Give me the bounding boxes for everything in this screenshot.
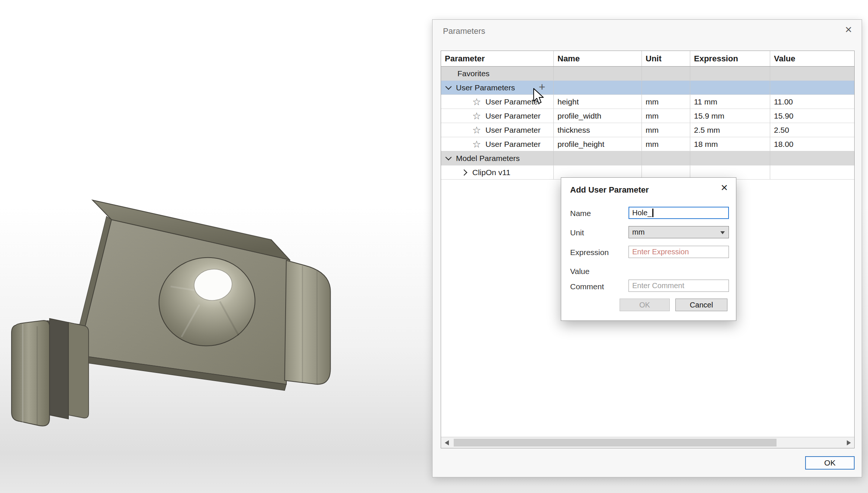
scroll-right-button[interactable] (843, 437, 854, 448)
table-cell (690, 67, 770, 80)
chevron-down-icon[interactable] (446, 154, 452, 161)
comment-input[interactable]: Enter Comment (629, 280, 729, 292)
expression-label: Expression (570, 248, 609, 257)
unit-select[interactable]: mm (629, 226, 729, 238)
expression-placeholder: Enter Expression (632, 248, 689, 256)
parameters-ok-button[interactable]: OK (805, 456, 855, 470)
name-value: Hole_ (632, 209, 652, 217)
table-cell (642, 67, 690, 80)
table-cell (554, 67, 642, 80)
dialog-title: Parameters (443, 26, 485, 36)
favorite-star-icon[interactable]: ☆ (472, 125, 481, 135)
scrollbar-thumb[interactable] (454, 439, 777, 447)
chevron-down-icon[interactable] (446, 84, 452, 90)
param-value: 2.50 (770, 123, 854, 137)
close-icon[interactable]: × (845, 23, 852, 35)
param-unit: mm (642, 137, 690, 151)
clipon-label: ClipOn v11 (472, 168, 510, 177)
right-fold (284, 260, 330, 384)
table-cell (554, 151, 642, 165)
name-input[interactable]: Hole_ (629, 207, 729, 219)
expression-input[interactable]: Enter Expression (629, 246, 729, 258)
comment-placeholder: Enter Comment (632, 281, 684, 290)
column-header-parameter: Parameter (441, 51, 554, 66)
param-name[interactable]: thickness (554, 123, 642, 137)
table-row[interactable]: ☆User Parameter profile_width mm 15.9 mm… (441, 109, 854, 123)
favorites-row[interactable]: Favorites (441, 67, 854, 81)
table-header: Parameter Name Unit Expression Value (441, 51, 854, 67)
favorite-star-icon[interactable]: ☆ (472, 139, 481, 149)
param-expression[interactable]: 18 mm (690, 137, 770, 151)
user-parameters-row[interactable]: User Parameters + (441, 81, 854, 95)
table-cell (770, 81, 854, 94)
scrollbar-track[interactable] (452, 437, 843, 448)
name-label: Name (570, 209, 591, 218)
row-type: User Parameter (485, 126, 540, 135)
column-header-expression: Expression (690, 51, 770, 66)
unit-label: Unit (570, 228, 584, 237)
table-cell (770, 67, 854, 80)
param-unit: mm (642, 123, 690, 137)
param-name[interactable]: profile_height (554, 137, 642, 151)
scroll-left-icon (445, 440, 449, 445)
table-row[interactable]: ☆User Parameter profile_height mm 18 mm … (441, 137, 854, 151)
table-cell (770, 165, 854, 179)
cancel-button[interactable]: Cancel (675, 299, 727, 311)
close-icon[interactable]: × (721, 181, 728, 193)
param-value: 11.00 (770, 95, 854, 109)
mouse-cursor (533, 88, 544, 105)
param-value: 18.00 (770, 137, 854, 151)
param-unit: mm (642, 109, 690, 123)
table-cell (770, 151, 854, 165)
comment-label: Comment (570, 282, 604, 291)
favorite-star-icon[interactable]: ☆ (472, 111, 481, 121)
table-row[interactable]: ☆User Parameter height mm 11 mm 11.00 (441, 95, 854, 109)
channel-front-leg (12, 320, 49, 426)
chevron-down-icon (720, 231, 725, 234)
param-name[interactable]: height (554, 95, 642, 109)
unit-value: mm (632, 228, 644, 236)
add-user-parameter-dialog: Add User Parameter × Name Hole_ Unit mm … (561, 177, 736, 321)
param-expression[interactable]: 2.5 mm (690, 123, 770, 137)
favorites-label: Favorites (457, 69, 489, 78)
table-cell (642, 151, 690, 165)
table-row[interactable]: ☆User Parameter thickness mm 2.5 mm 2.50 (441, 123, 854, 137)
model-parameters-label: Model Parameters (456, 154, 520, 163)
row-type: User Parameter (485, 140, 540, 149)
param-expression[interactable]: 15.9 mm (690, 109, 770, 123)
model-parameters-row[interactable]: Model Parameters (441, 151, 854, 165)
channel-rear-leg (68, 322, 89, 418)
table-cell (690, 151, 770, 165)
column-header-value: Value (770, 51, 854, 66)
add-ok-button[interactable]: OK (620, 299, 670, 311)
column-header-name: Name (554, 51, 642, 66)
table-cell (554, 81, 642, 94)
column-header-unit: Unit (642, 51, 690, 66)
scroll-left-button[interactable] (441, 437, 452, 448)
text-caret (652, 209, 653, 217)
param-unit: mm (642, 95, 690, 109)
param-expression[interactable]: 11 mm (690, 95, 770, 109)
3d-model-clipon[interactable] (10, 188, 338, 431)
param-name[interactable]: profile_width (554, 109, 642, 123)
add-dialog-title: Add User Parameter (570, 185, 649, 195)
channel-gap (49, 319, 68, 419)
user-parameters-label: User Parameters (456, 83, 515, 92)
horizontal-scrollbar[interactable] (441, 437, 854, 448)
row-type: User Parameter (485, 112, 540, 120)
scroll-right-icon (847, 440, 851, 445)
value-label: Value (570, 267, 589, 276)
param-value: 15.90 (770, 109, 854, 123)
table-cell (690, 81, 770, 94)
table-cell (642, 81, 690, 94)
favorite-star-icon[interactable]: ☆ (472, 97, 481, 107)
chevron-right-icon[interactable] (461, 169, 467, 175)
